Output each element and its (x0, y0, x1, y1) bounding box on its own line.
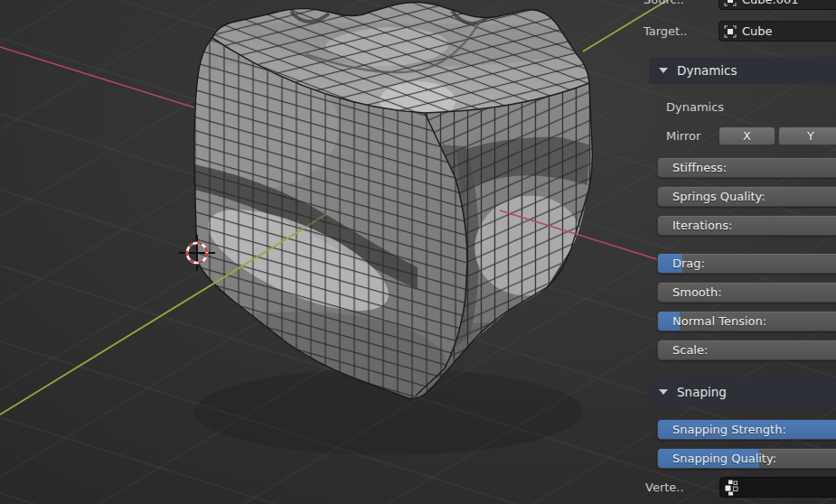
mirror-x-button[interactable]: X (719, 126, 775, 145)
source-object-field[interactable]: Cube.001 (719, 0, 836, 10)
panel-header-snaping[interactable]: Snaping (649, 378, 836, 406)
slider-snapping-strength[interactable]: Snapping Strength: (657, 419, 836, 440)
slider-normal-tension[interactable]: Normal Tension: (657, 311, 836, 331)
slider-label: Snapping Quality: (672, 449, 776, 468)
collapse-arrow-icon[interactable] (659, 68, 668, 73)
slider-snapping-quality[interactable]: Snapping Quality: (657, 448, 836, 469)
mesh-data-icon (724, 0, 737, 6)
collapse-arrow-icon[interactable] (659, 389, 668, 395)
panel-header-dynamics[interactable]: Dynamics (649, 57, 836, 84)
source-object-name: Cube.001 (742, 0, 799, 6)
slider-label: Springs Quality: (672, 187, 766, 206)
slider-label: Smooth: (672, 283, 722, 302)
slider-scale[interactable]: Scale: (657, 340, 836, 360)
mesh-data-icon (724, 25, 737, 38)
slider-label: Normal Tension: (672, 312, 766, 331)
slider-label: Stiffness: (672, 158, 727, 177)
vertex-group-label: Verte.. (645, 477, 718, 498)
target-label: Target.. (643, 21, 716, 42)
target-object-field[interactable]: Cube (719, 21, 836, 42)
panel-header-label: Dynamics (677, 63, 737, 78)
slider-label: Scale: (672, 341, 708, 359)
mirror-label: Mirror (666, 129, 700, 143)
target-object-name: Cube (742, 24, 773, 38)
slider-label: Snapping Strength: (672, 420, 786, 439)
slider-springs-quality[interactable]: Springs Quality: (657, 186, 836, 207)
panel-header-label: Snaping (677, 385, 727, 399)
vertex-group-field[interactable] (719, 477, 836, 498)
slider-label: Iterations: (672, 216, 732, 235)
mirror-y-button[interactable]: Y (778, 126, 836, 145)
dynamics-sublabel: Dynamics (666, 100, 724, 114)
slider-smooth[interactable]: Smooth: (657, 282, 836, 303)
slider-stiffness[interactable]: Stiffness: (657, 157, 836, 178)
slider-iterations[interactable]: Iterations: (657, 215, 836, 236)
slider-drag[interactable]: Drag: (657, 253, 836, 274)
vertex-group-icon (724, 480, 740, 496)
slider-label: Drag: (672, 254, 705, 273)
blender-window: Sourc.. Cube.001 Target.. Cube Dynamics … (0, 0, 836, 504)
source-label: Sourc.. (643, 0, 716, 10)
